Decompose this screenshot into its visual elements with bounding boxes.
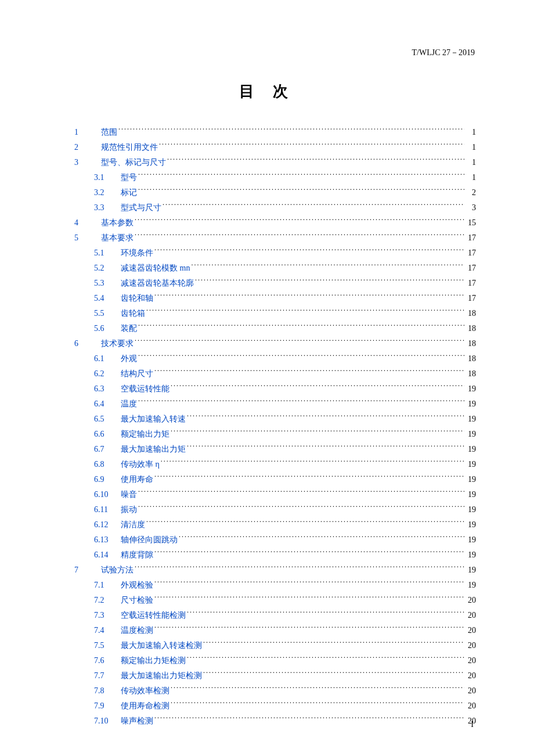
toc-entry[interactable]: 6.2结构尺寸18: [74, 366, 476, 381]
toc-leader: [146, 307, 464, 316]
toc-entry[interactable]: 6.6额定输出力矩19: [74, 427, 476, 442]
toc-entry[interactable]: 6.3空载运转性能19: [74, 381, 476, 397]
toc-entry[interactable]: 7.7最大加速输出力矩检测20: [74, 668, 476, 683]
toc-leader: [118, 125, 464, 135]
toc-label: 技术要求: [101, 336, 134, 351]
toc-entry[interactable]: 7.3空载运转性能检测20: [74, 608, 476, 623]
toc-leader: [187, 442, 464, 452]
toc-entry[interactable]: 5.1环境条件17: [74, 246, 476, 261]
toc-entry[interactable]: 7.6额定输出力矩检测20: [74, 653, 476, 668]
toc-leader: [135, 231, 464, 240]
toc-entry[interactable]: 5.4齿轮和轴17: [74, 291, 476, 306]
toc-leader: [161, 458, 464, 467]
toc-number: 5.6: [94, 321, 121, 336]
toc-label: 结构尺寸: [121, 366, 153, 381]
toc-number: 5.2: [94, 261, 121, 276]
toc-leader: [135, 216, 464, 225]
toc-entry[interactable]: 7试验方法19: [74, 563, 476, 578]
toc-entry[interactable]: 5.2减速器齿轮模数 mn17: [74, 261, 476, 276]
toc-entry[interactable]: 3.3型式与尺寸3: [74, 200, 476, 215]
toc-label: 基本参数: [101, 215, 134, 231]
toc-label: 试验方法: [101, 563, 134, 578]
toc-number: 5.3: [94, 276, 121, 291]
toc-number: 7.4: [94, 623, 121, 638]
table-of-contents: 1范围12规范性引用文件13型号、标记与尺寸13.1型号13.2标记23.3型式…: [74, 125, 476, 729]
toc-number: 6.5: [94, 412, 121, 427]
toc-leader: [163, 201, 464, 210]
toc-entry[interactable]: 5.5齿轮箱18: [74, 306, 476, 321]
toc-entry[interactable]: 6.9使用寿命19: [74, 472, 476, 487]
toc-entry[interactable]: 5.6装配18: [74, 321, 476, 336]
toc-entry[interactable]: 7.5最大加速输入转速检测20: [74, 638, 476, 653]
toc-entry[interactable]: 6.8传动效率 η19: [74, 457, 476, 472]
page-number: I: [471, 720, 474, 729]
toc-entry[interactable]: 7.8传动效率检测20: [74, 683, 476, 699]
toc-label: 规范性引用文件: [101, 140, 158, 155]
toc-entry[interactable]: 2规范性引用文件1: [74, 140, 476, 155]
document-id: T/WLJC 27－2019: [412, 48, 475, 58]
toc-label: 最大加速输入转速: [121, 412, 186, 427]
toc-page: 19: [466, 532, 476, 548]
toc-entry[interactable]: 6.10噪音19: [74, 487, 476, 502]
toc-leader: [187, 609, 464, 618]
toc-page: 2: [466, 185, 476, 200]
toc-label: 减速器齿轮模数 mn: [121, 261, 190, 276]
toc-number: 6.9: [94, 472, 121, 487]
toc-number: 1: [74, 125, 101, 140]
toc-number: 4: [74, 215, 101, 231]
toc-leader: [203, 639, 464, 648]
toc-label: 空载运转性能检测: [121, 608, 186, 623]
toc-entry[interactable]: 3.2标记2: [74, 185, 476, 200]
toc-label: 尺寸检验: [121, 593, 153, 608]
toc-leader: [179, 533, 464, 542]
toc-entry[interactable]: 7.4温度检测20: [74, 623, 476, 638]
toc-leader: [171, 684, 464, 693]
toc-entry[interactable]: 1范围1: [74, 125, 476, 140]
toc-entry[interactable]: 4基本参数15: [74, 215, 476, 231]
toc-leader: [203, 669, 464, 678]
toc-entry[interactable]: 6.13轴伸径向圆跳动19: [74, 532, 476, 548]
toc-entry[interactable]: 6.11振动19: [74, 502, 476, 517]
toc-entry[interactable]: 6.12清洁度19: [74, 517, 476, 532]
toc-page: 1: [466, 170, 476, 185]
toc-number: 6.3: [94, 381, 121, 397]
toc-page: 18: [466, 366, 476, 381]
toc-leader: [138, 503, 464, 512]
toc-leader: [171, 382, 464, 391]
toc-entry[interactable]: 7.9使用寿命检测20: [74, 699, 476, 714]
toc-page: 15: [466, 215, 476, 231]
toc-leader: [154, 246, 464, 255]
toc-entry[interactable]: 7.1外观检验19: [74, 578, 476, 593]
toc-leader: [191, 261, 464, 271]
toc-number: 5.5: [94, 306, 121, 321]
toc-entry[interactable]: 5基本要求17: [74, 231, 476, 246]
toc-label: 型式与尺寸: [121, 200, 161, 215]
toc-label: 额定输出力矩: [121, 427, 169, 442]
toc-entry[interactable]: 3.1型号1: [74, 170, 476, 185]
toc-entry[interactable]: 7.2尺寸检验20: [74, 593, 476, 608]
toc-entry[interactable]: 5.3减速器齿轮基本轮廓17: [74, 276, 476, 291]
toc-number: 6.11: [94, 502, 121, 517]
toc-leader: [135, 563, 464, 573]
toc-number: 7.10: [94, 714, 121, 729]
toc-number: 6.4: [94, 397, 121, 412]
toc-entry[interactable]: 6技术要求18: [74, 336, 476, 351]
toc-number: 7.3: [94, 608, 121, 623]
toc-number: 3.3: [94, 200, 121, 215]
toc-page: 19: [466, 487, 476, 502]
toc-page: 19: [466, 578, 476, 593]
toc-entry[interactable]: 3型号、标记与尺寸1: [74, 155, 476, 170]
toc-entry[interactable]: 6.5最大加速输入转速19: [74, 412, 476, 427]
toc-page: 18: [466, 306, 476, 321]
toc-entry[interactable]: 7.10噪声检测20: [74, 714, 476, 729]
toc-entry[interactable]: 6.1外观18: [74, 351, 476, 366]
toc-label: 型号: [121, 170, 137, 185]
toc-page: 20: [466, 608, 476, 623]
toc-entry[interactable]: 6.7最大加速输出力矩19: [74, 442, 476, 457]
toc-leader: [154, 291, 464, 301]
toc-entry[interactable]: 6.4温度19: [74, 397, 476, 412]
toc-entry[interactable]: 6.14精度背隙19: [74, 548, 476, 563]
toc-number: 5: [74, 231, 101, 246]
toc-label: 基本要求: [101, 231, 134, 246]
toc-label: 噪声检测: [121, 714, 153, 729]
